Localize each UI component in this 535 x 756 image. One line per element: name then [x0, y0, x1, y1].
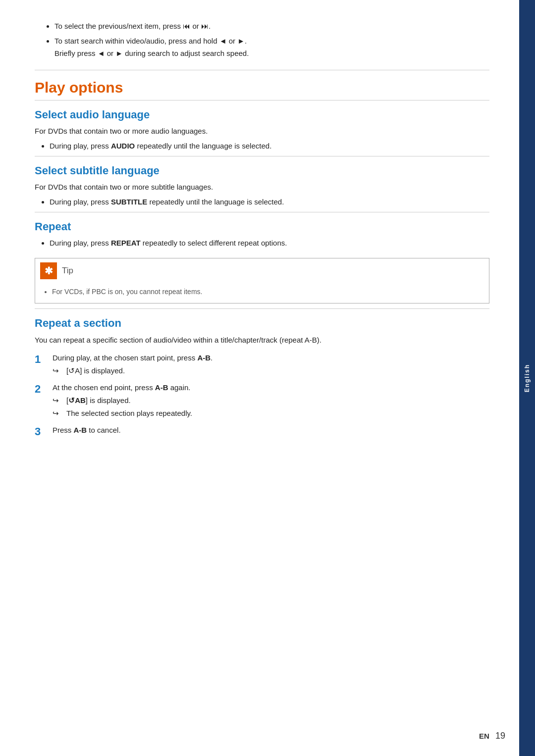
- step-3-text: Press A-B to cancel.: [53, 424, 489, 436]
- arrow-icon-3: ↪: [53, 407, 66, 419]
- step-2-sub-2: ↪ The selected section plays repeatedly.: [53, 407, 489, 419]
- step-1-text: During play, at the chosen start point, …: [53, 352, 489, 364]
- step-1-num: 1: [35, 352, 53, 367]
- select-subtitle-bullets: During play, press SUBTITLE repeatedly u…: [35, 196, 489, 208]
- select-audio-bullets: During play, press AUDIO repeatedly unti…: [35, 140, 489, 152]
- footer-page-num: 19: [495, 731, 505, 741]
- repeat-bullets: During play, press REPEAT repeatedly to …: [35, 237, 489, 249]
- tip-star-icon: ✱: [45, 265, 53, 277]
- rule-top: [35, 70, 489, 70]
- tip-bullet-1: For VCDs, if PBC is on, you cannot repea…: [52, 286, 482, 297]
- tip-icon: ✱: [40, 262, 57, 279]
- tip-header: ✱ Tip: [35, 258, 489, 283]
- arrow-icon-2: ↪: [53, 395, 66, 406]
- step-2-content: At the chosen end point, press A-B again…: [53, 382, 489, 419]
- page-container: English To select the previous/next item…: [0, 0, 535, 756]
- step-1-sub-text-1: [↺A] is displayed.: [66, 365, 125, 377]
- step-3-num: 3: [35, 424, 53, 440]
- step-1-content: During play, at the chosen start point, …: [53, 352, 489, 377]
- step-1: 1 During play, at the chosen start point…: [35, 352, 489, 377]
- step-2-sub-1: ↪ [↺AB] is displayed.: [53, 395, 489, 406]
- repeat-a-section-intro: You can repeat a specific section of aud…: [35, 334, 489, 347]
- rule-audio: [35, 100, 489, 101]
- page-footer: EN 19: [479, 731, 505, 741]
- rule-repeat-section: [35, 308, 489, 309]
- rule-subtitle: [35, 156, 489, 156]
- tip-label: Tip: [62, 266, 73, 276]
- side-tab: English: [519, 0, 535, 756]
- step-2: 2 At the chosen end point, press A-B aga…: [35, 382, 489, 419]
- intro-bullets: To select the previous/next item, press …: [35, 15, 489, 60]
- step-2-sub-text-2: The selected section plays repeatedly.: [66, 407, 192, 419]
- repeat-bullet-1: During play, press REPEAT repeatedly to …: [50, 237, 489, 249]
- arrow-icon-1: ↪: [53, 365, 66, 377]
- step-2-num: 2: [35, 382, 53, 397]
- step-1-sub-1: ↪ [↺A] is displayed.: [53, 365, 489, 377]
- select-audio-title: Select audio language: [35, 108, 489, 121]
- select-subtitle-bullet-1: During play, press SUBTITLE repeatedly u…: [50, 196, 489, 208]
- play-options-title: Play options: [35, 79, 489, 96]
- step-2-text: At the chosen end point, press A-B again…: [53, 382, 489, 394]
- step-2-sub-text-1: [↺AB] is displayed.: [66, 395, 131, 406]
- select-subtitle-title: Select subtitle language: [35, 164, 489, 177]
- select-subtitle-intro: For DVDs that contain two or more subtit…: [35, 181, 489, 193]
- footer-lang: EN: [479, 732, 489, 740]
- numbered-steps: 1 During play, at the chosen start point…: [35, 352, 489, 440]
- intro-bullet-1: To select the previous/next item, press …: [54, 20, 489, 33]
- side-tab-label: English: [524, 364, 531, 392]
- repeat-a-section-title: Repeat a section: [35, 317, 489, 330]
- intro-bullet-2: To start search within video/audio, pres…: [54, 35, 489, 60]
- step-3-content: Press A-B to cancel.: [53, 424, 489, 436]
- step-3: 3 Press A-B to cancel.: [35, 424, 489, 440]
- main-content: To select the previous/next item, press …: [0, 0, 519, 756]
- select-audio-intro: For DVDs that contain two or more audio …: [35, 125, 489, 137]
- tip-content: For VCDs, if PBC is on, you cannot repea…: [35, 283, 489, 303]
- rule-repeat: [35, 212, 489, 212]
- select-audio-bullet-1: During play, press AUDIO repeatedly unti…: [50, 140, 489, 152]
- repeat-title: Repeat: [35, 220, 489, 233]
- tip-box: ✱ Tip For VCDs, if PBC is on, you cannot…: [35, 258, 489, 303]
